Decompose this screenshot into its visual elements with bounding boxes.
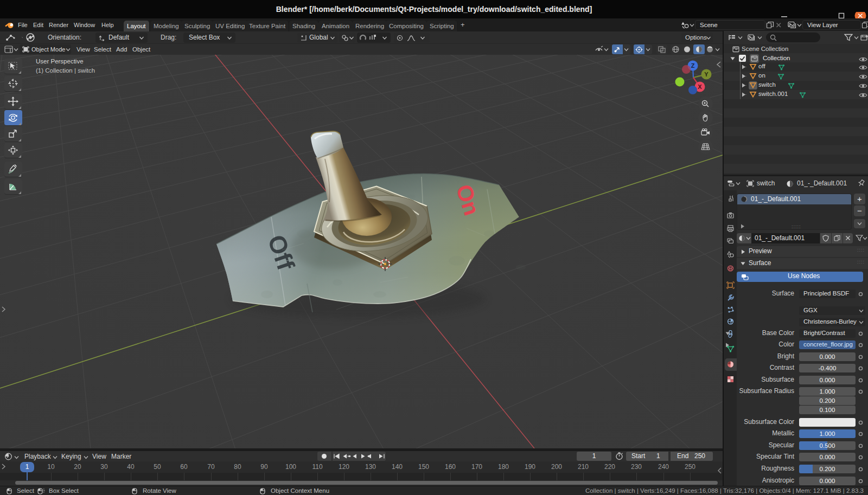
svg-text:Z: Z [691,62,695,69]
svg-text:Y: Y [704,71,709,78]
svg-text:X: X [698,83,702,90]
